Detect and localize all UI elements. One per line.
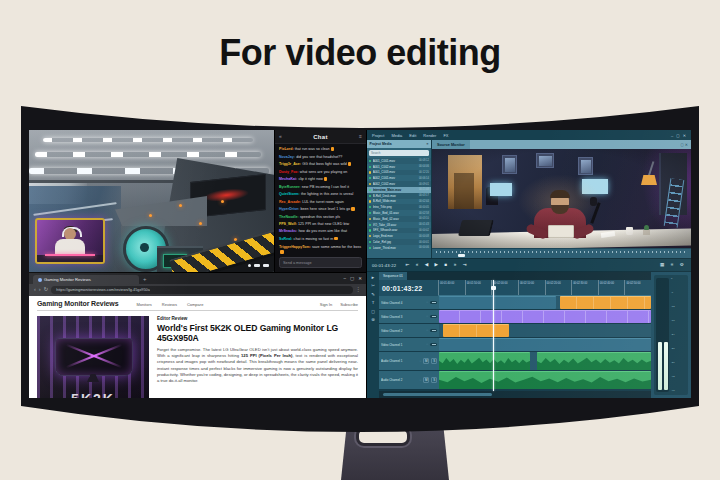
track-header[interactable]: Video Channel 1◌ bbox=[379, 338, 439, 351]
video-clip[interactable] bbox=[439, 296, 556, 309]
editor-menu-item[interactable]: Render bbox=[423, 133, 436, 138]
track-lane[interactable] bbox=[439, 352, 651, 370]
chat-collapse-icon[interactable]: « bbox=[279, 134, 282, 139]
chat-username[interactable]: FPS_Wolf: bbox=[279, 222, 298, 226]
window-control-icon[interactable]: – bbox=[343, 277, 346, 282]
transport-button[interactable]: ■ bbox=[442, 263, 449, 268]
site-action-link[interactable]: Subscribe bbox=[340, 302, 358, 307]
editor-menu-item[interactable]: Media bbox=[391, 133, 402, 138]
scrollbar-thumb[interactable] bbox=[383, 393, 492, 396]
editor-window-controls[interactable]: –◻✕ bbox=[671, 133, 686, 138]
site-nav-link[interactable]: Reviews bbox=[162, 302, 177, 307]
track-header[interactable]: Video Channel 2◌ bbox=[379, 324, 439, 337]
tool-icon[interactable]: ► bbox=[371, 276, 375, 280]
orange-clip[interactable] bbox=[560, 296, 651, 309]
track-lane[interactable] bbox=[439, 371, 651, 389]
transport-button[interactable]: « bbox=[414, 263, 421, 268]
window-control-icon[interactable]: ▢ bbox=[350, 277, 354, 282]
track-lock-icon[interactable]: ◌ bbox=[420, 360, 422, 363]
window-control-icon[interactable]: ✕ bbox=[358, 277, 362, 282]
chat-username[interactable]: NovaJay: bbox=[279, 155, 296, 159]
chat-username[interactable]: HyperDrive: bbox=[279, 207, 301, 211]
tool-icon[interactable]: ⊕ bbox=[371, 318, 375, 322]
chat-username[interactable]: Rex_Arcade: bbox=[279, 200, 302, 204]
chat-username[interactable]: ByteRunner: bbox=[279, 185, 302, 189]
chat-username[interactable]: MrSnacks: bbox=[279, 229, 298, 233]
tool-icon[interactable]: ✎ bbox=[371, 293, 375, 297]
track-lock-icon[interactable]: ◌ bbox=[426, 301, 428, 304]
editor-menu-item[interactable]: Edit bbox=[409, 133, 416, 138]
transport-button[interactable]: ◀ bbox=[423, 263, 431, 268]
mute-button[interactable]: M bbox=[423, 358, 429, 364]
track-lock-icon[interactable]: ◌ bbox=[426, 329, 428, 332]
track-lane[interactable] bbox=[439, 338, 651, 351]
track-lock-icon[interactable]: ◌ bbox=[426, 343, 428, 346]
track-toggle[interactable] bbox=[430, 329, 437, 333]
transport-option-icon[interactable]: ⚙ bbox=[678, 263, 687, 268]
track-lock-icon[interactable]: ◌ bbox=[420, 379, 422, 382]
game-window[interactable] bbox=[29, 130, 274, 272]
track-header[interactable]: Audio Channel 1◌MS bbox=[379, 352, 439, 370]
preview-panel-icons[interactable]: ◻ ✕ bbox=[681, 142, 691, 147]
track-toggle[interactable] bbox=[430, 301, 437, 305]
project-search-input[interactable]: Search bbox=[369, 150, 429, 156]
project-file-list[interactable]: A001_C001.mov00:08:12A001_C002.mov00:04:… bbox=[367, 158, 431, 258]
editor-menu-item[interactable]: FX bbox=[443, 133, 448, 138]
track-header[interactable]: Audio Channel 2◌MS bbox=[379, 371, 439, 389]
site-logo[interactable]: Gaming Monitor Reviews bbox=[37, 300, 118, 307]
scrubber-handle[interactable] bbox=[458, 254, 465, 257]
track-toggle[interactable] bbox=[430, 343, 437, 347]
url-field[interactable]: https://gamingmonitorreviews.com/reviews… bbox=[51, 286, 352, 294]
window-control-icon[interactable]: ✕ bbox=[683, 133, 686, 138]
tool-icon[interactable]: ◻ bbox=[371, 310, 375, 314]
video-clip[interactable] bbox=[439, 338, 651, 351]
track-toggle[interactable] bbox=[430, 315, 437, 319]
project-panel-menu-icon[interactable]: ≡ bbox=[427, 142, 429, 146]
timeline-ruler[interactable]: 00:01:40:0000:01:50:0000:02:00:0000:02:1… bbox=[438, 280, 651, 296]
purple-clip[interactable] bbox=[439, 310, 651, 323]
transport-button[interactable]: ⇤ bbox=[403, 263, 411, 268]
transport-button[interactable]: ⇥ bbox=[460, 263, 468, 268]
chat-username[interactable]: Dusty_Fox: bbox=[279, 170, 300, 174]
sequence-tab[interactable]: Sequence 01 bbox=[379, 272, 407, 280]
tool-icon[interactable]: T bbox=[372, 301, 375, 305]
window-control-icon[interactable]: – bbox=[671, 133, 673, 138]
mute-button[interactable]: M bbox=[423, 377, 429, 383]
chat-message-input[interactable]: Send a message bbox=[279, 257, 362, 268]
browser-window-controls[interactable]: –▢✕ bbox=[343, 275, 362, 284]
timeline-scrollbar[interactable] bbox=[379, 391, 651, 398]
chat-username[interactable]: TheNoodle: bbox=[279, 215, 300, 219]
chat-username[interactable]: SoReal: bbox=[279, 237, 294, 241]
track-lane[interactable] bbox=[439, 324, 651, 337]
preview-tab[interactable]: Source Monitor bbox=[432, 140, 470, 149]
transport-button[interactable]: » bbox=[452, 263, 459, 268]
chat-username[interactable]: Trigg3r_Ace: bbox=[279, 162, 302, 166]
transport-button[interactable]: ▶ bbox=[432, 263, 440, 268]
track-header[interactable]: Video Channel 4◌ bbox=[379, 296, 439, 309]
back-icon[interactable]: ‹ bbox=[34, 287, 36, 293]
site-action-link[interactable]: Sign In bbox=[320, 302, 332, 307]
track-lane[interactable] bbox=[439, 296, 651, 309]
track-lock-icon[interactable]: ◌ bbox=[426, 315, 428, 318]
browser-window[interactable]: Gaming Monitor Reviews + –▢✕ ‹ › ↻ https… bbox=[29, 272, 366, 398]
editor-menu-item[interactable]: Project bbox=[372, 133, 384, 138]
audio-clip[interactable] bbox=[439, 371, 651, 389]
orange-clip[interactable] bbox=[443, 324, 509, 337]
site-nav-link[interactable]: Monitors bbox=[136, 302, 151, 307]
project-file-row[interactable]: Lower_Third.mov00:00:06 bbox=[367, 245, 431, 251]
chat-message-list[interactable]: PixLord: that run was so cleanNovaJay: d… bbox=[275, 144, 366, 254]
forward-icon[interactable]: › bbox=[39, 287, 41, 293]
chat-username[interactable]: TriggerHappyTom: bbox=[279, 245, 312, 249]
browser-menu-icon[interactable]: ⋮ bbox=[356, 287, 362, 293]
site-nav-link[interactable]: Compare bbox=[187, 302, 203, 307]
chat-users-icon[interactable]: ≡ bbox=[359, 134, 362, 139]
reload-icon[interactable]: ↻ bbox=[44, 287, 49, 293]
browser-tab[interactable]: Gaming Monitor Reviews bbox=[33, 275, 139, 284]
window-control-icon[interactable]: ◻ bbox=[676, 133, 679, 138]
audio-clip[interactable] bbox=[537, 352, 651, 370]
solo-button[interactable]: S bbox=[431, 358, 437, 364]
chat-username[interactable]: MechaKat: bbox=[279, 177, 298, 181]
transport-option-icon[interactable]: ≡ bbox=[668, 263, 675, 268]
video-editor-window[interactable]: ProjectMediaEditRenderFX–◻✕ Project Medi… bbox=[366, 130, 691, 398]
tool-icon[interactable]: ✂ bbox=[371, 284, 375, 288]
